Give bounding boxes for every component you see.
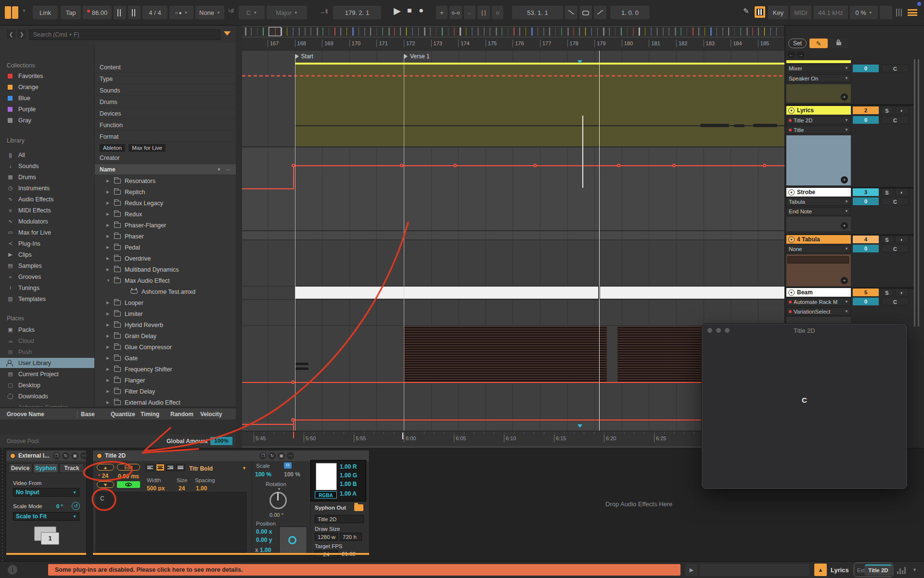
tempo-field[interactable]: 86.00	[83, 6, 112, 19]
filter-sounds[interactable]: Sounds▶	[95, 85, 236, 96]
scale-y-value[interactable]: 100 %	[284, 471, 300, 478]
tree-item-looper[interactable]: ▶Looper	[95, 298, 236, 308]
sidebar-item-packs[interactable]: ▣Packs	[0, 325, 94, 335]
track-number-badge[interactable]: 2	[853, 106, 879, 114]
tree-item-filter-delay[interactable]: ▶Filter Delay	[95, 386, 236, 396]
browser-forward-button[interactable]: ❯	[17, 29, 26, 39]
metronome-button[interactable]: ○●▼	[169, 6, 193, 19]
punch-in-button[interactable]	[565, 6, 578, 19]
automation-line-segment[interactable]	[242, 188, 293, 189]
track-header-strobe[interactable]: ▼Strobe	[786, 188, 851, 197]
beat-time-ruler[interactable]: 1671681691701711721731741751761771781791…	[242, 38, 784, 51]
m4l-window-icon[interactable]: ❐	[259, 452, 267, 460]
ext-chip[interactable]: Ext	[857, 567, 865, 573]
tree-item-pedal[interactable]: ▶Pedal	[95, 242, 236, 252]
fold-chevron-icon[interactable]: ▼	[788, 236, 795, 243]
draw-mode-icon[interactable]: ✎	[743, 7, 749, 15]
tree-expand-icon[interactable]: ▶	[106, 267, 110, 272]
filter-devices[interactable]: Devices▶	[95, 108, 236, 119]
tree-expand-icon[interactable]: ▶	[106, 367, 110, 371]
filter-creator[interactable]: Creator▶	[95, 153, 236, 163]
performance-icon[interactable]: ◐	[895, 289, 909, 296]
loop-length-field[interactable]: 1. 0. 0	[610, 6, 650, 19]
rotation-knob[interactable]	[270, 492, 287, 509]
device-title-bar[interactable]: External I... ❐ ↻ ▣ ⋯	[6, 450, 86, 461]
automation-breakpoint[interactable]	[672, 164, 676, 167]
tree-expand-icon[interactable]: ▶	[106, 356, 110, 360]
tree-expand-icon[interactable]: ▶	[106, 234, 110, 238]
scrollbar[interactable]	[918, 59, 919, 327]
striped-midi-clip[interactable]	[403, 326, 607, 382]
tree-item-external-audio-effect[interactable]: ▶External Audio Effect	[95, 397, 236, 407]
tab-track[interactable]: Track	[59, 463, 84, 473]
sidebar-item-plug-ins[interactable]: ≺Plug-Ins	[0, 238, 94, 249]
follow-button[interactable]: →‖	[320, 8, 328, 15]
sidebar-item-ashcome-samples[interactable]: ♪Ashcome Samples	[0, 402, 94, 407]
browser-back-button[interactable]: ❮	[7, 29, 15, 39]
sidebar-item-samples[interactable]: ▤Samples	[0, 261, 94, 271]
sidebar-item-midi-effects[interactable]: ≡MIDI Effects	[0, 205, 94, 215]
time-signature-field[interactable]: 4 / 4	[142, 6, 167, 19]
stop-button[interactable]: ■	[407, 6, 412, 15]
track-body-group[interactable]: +	[786, 84, 851, 103]
track-body-lyrics[interactable]: +	[786, 135, 851, 185]
groove-pool-bar[interactable]: Groove Pool Global Amount 100%	[0, 434, 236, 447]
tree-item-frequency-shifter[interactable]: ▶Frequency Shifter	[95, 364, 236, 374]
monitor-icon-front[interactable]: 1	[41, 532, 59, 545]
collection-item-gray[interactable]: Gray	[0, 115, 94, 125]
chain-row-title[interactable]: Title▼	[786, 126, 851, 134]
chain-row-variationselect[interactable]: VariationSelect▼	[786, 307, 851, 315]
sidebar-item-push[interactable]: ▦Push	[0, 347, 94, 357]
overdub-button[interactable]: +	[436, 6, 448, 19]
align-left-button[interactable]	[146, 464, 154, 471]
frame-up-button[interactable]: ▲	[97, 464, 114, 471]
device-title-bar[interactable]: Title 2D ❐ ↻ ▣ ⋯	[93, 450, 369, 461]
white-clip[interactable]	[295, 287, 598, 299]
locator-triangle-icon[interactable]	[578, 424, 582, 428]
value-badge[interactable]: 0	[853, 197, 879, 205]
automation-breakpoint[interactable]	[533, 164, 537, 167]
font-name-value[interactable]: Titr Bold	[189, 465, 213, 472]
device-chain-selector[interactable]: Ext Title 2D	[854, 563, 893, 577]
latency-value[interactable]: 0.00 ms	[118, 473, 139, 480]
tree-expand-icon[interactable]: ▶	[106, 212, 110, 216]
groove-column-quantize[interactable]: Quantize	[111, 411, 135, 418]
track-body-strobe[interactable]: +	[786, 217, 851, 231]
tree-item-phaser-flanger[interactable]: ▶Phaser-Flanger	[95, 220, 236, 230]
tree-item-max-audio-effect[interactable]: ▼Max Audio Effect	[95, 276, 236, 286]
automation-breakpoint[interactable]	[617, 164, 620, 167]
tree-expand-icon[interactable]: ▶	[106, 323, 110, 327]
fold-chevron-icon[interactable]: ▼	[788, 107, 795, 114]
add-automation-lane-button[interactable]: +	[841, 277, 848, 284]
sidebar-item-sounds[interactable]: ♪Sounds	[0, 161, 94, 171]
collection-item-orange[interactable]: Orange	[0, 82, 94, 92]
chain-row-end-note[interactable]: End Note▼	[786, 207, 851, 215]
track-number-badge[interactable]: 3	[853, 188, 879, 196]
ableton-logo[interactable]	[5, 6, 11, 19]
tree-expand-icon[interactable]: ▶	[106, 256, 110, 261]
title2d-floating-window[interactable]: Title 2D C	[701, 323, 908, 489]
tree-item-grain-delay[interactable]: ▶Grain Delay	[95, 331, 236, 341]
frame-down-button[interactable]: ▼	[97, 481, 114, 488]
device-activator-led[interactable]	[97, 453, 102, 459]
tree-expand-icon[interactable]: ▶	[106, 245, 110, 250]
title2d-chip[interactable]: Title 2D	[865, 565, 892, 576]
tree-item-resonators[interactable]: ▶Resonators	[95, 176, 236, 186]
re-enable-automation-button[interactable]: ←	[464, 6, 475, 19]
record-button[interactable]: ●	[419, 6, 424, 15]
tree-expand-icon[interactable]: ▼	[106, 278, 110, 283]
set-locator-button[interactable]: Set	[788, 39, 807, 48]
title-text-area[interactable]: C	[95, 491, 248, 553]
sync-icon[interactable]: ↻	[269, 452, 276, 460]
tree-expand-icon[interactable]: ▶	[106, 301, 110, 305]
edit-button[interactable]: Edit	[117, 464, 140, 471]
fold-chevron-icon[interactable]: ▼	[788, 289, 795, 296]
value-badge[interactable]: 0	[853, 116, 879, 124]
format-tag-ableton[interactable]: Ableton	[100, 144, 125, 152]
sidebar-item-instruments[interactable]: ◷Instruments	[0, 183, 94, 193]
prev-arrow-button[interactable]: ←	[787, 51, 796, 58]
filter-type[interactable]: Type▶	[95, 74, 236, 84]
track-header-lyrics[interactable]: ▼Lyrics	[786, 106, 851, 115]
track-number-badge[interactable]: 4	[853, 236, 879, 243]
tree-item-phaser[interactable]: ▶Phaser	[95, 231, 236, 241]
